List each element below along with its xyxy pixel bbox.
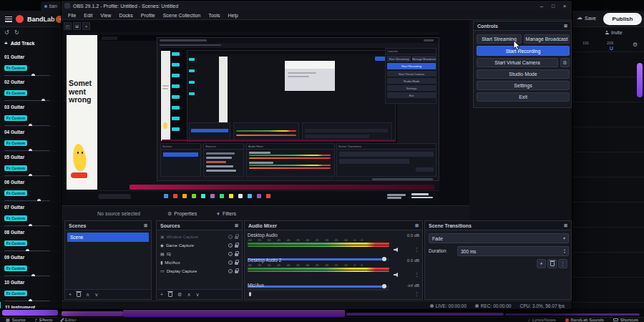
menu-edit[interactable]: Edit — [84, 13, 92, 18]
popout-icon[interactable]: ⊞ — [73, 22, 81, 30]
lock-toggle-icon[interactable] — [235, 262, 238, 265]
track-row[interactable]: 10 Guitar Fx Custom — [0, 277, 61, 302]
popout-icon[interactable]: ⊞ — [235, 223, 238, 228]
publish-button[interactable]: Publish — [603, 13, 642, 25]
transition-select[interactable]: Fade ▾ — [429, 233, 569, 243]
menu-profile[interactable]: Profile — [141, 13, 155, 18]
scene-up-button[interactable]: ∧ — [86, 292, 89, 298]
popout-icon[interactable]: ⊞ — [564, 223, 567, 228]
filters-button[interactable]: ▼ Filters — [216, 209, 236, 218]
transition-menu-button[interactable]: ⋮ — [558, 259, 567, 268]
obs-preview-area[interactable]: ◰ ⊞ × Somet went wrong — [62, 20, 469, 205]
fx-badge[interactable]: Fx Custom — [4, 90, 27, 96]
source-properties-button[interactable]: ⚙ — [177, 292, 182, 298]
visibility-toggle-icon[interactable] — [228, 252, 233, 256]
bandlab-logo[interactable] — [16, 15, 24, 23]
channel-menu-icon[interactable]: ⋮ — [414, 247, 419, 252]
channel-menu-icon[interactable]: ⋮ — [414, 291, 419, 296]
footer-item-effects[interactable]: ƒEffects — [35, 318, 53, 322]
footer-item-sounds[interactable]: BandLab Sounds — [565, 318, 604, 322]
menu-help[interactable]: Help — [228, 13, 238, 18]
obs-titlebar[interactable]: OBS 29.1.2 - Profile: Untitled - Scenes:… — [62, 1, 572, 11]
track-row[interactable]: 09 Guitar Fx Custom — [0, 252, 61, 277]
speaker-mute-icon[interactable] — [394, 248, 398, 252]
menu-tools[interactable]: Tools — [208, 13, 220, 18]
fx-badge[interactable]: Fx Custom — [4, 115, 27, 121]
menu-scene-collection[interactable]: Scene Collection — [163, 13, 201, 18]
track-row[interactable]: 08 Guitar Fx Custom — [0, 227, 61, 252]
track-row[interactable]: 03 Guitar Fx Custom — [0, 102, 61, 127]
fx-badge[interactable]: Fx Custom — [4, 65, 27, 71]
exit-button[interactable]: Exit — [477, 92, 570, 102]
studio-mode-button[interactable]: Studio Mode — [477, 69, 570, 79]
hamburger-menu-icon[interactable] — [5, 16, 12, 22]
footer-item-editor[interactable]: Editor — [62, 318, 76, 322]
maximize-button[interactable]: □ — [547, 4, 559, 9]
settings-gear-icon[interactable]: ⚙ — [633, 42, 638, 48]
source-row-gj[interactable]: ▤ Gj — [157, 250, 241, 258]
speaker-mute-icon[interactable] — [394, 273, 398, 277]
remove-scene-button[interactable] — [77, 292, 81, 297]
menu-docks[interactable]: Docks — [119, 13, 132, 18]
scene-list-item[interactable]: Scene — [67, 233, 149, 242]
close-button[interactable]: × — [559, 3, 570, 9]
add-transition-button[interactable]: + — [537, 259, 546, 268]
channel-menu-icon[interactable]: ⋮ — [414, 272, 419, 277]
track-row[interactable]: 05 Guitar Fx Custom — [0, 152, 61, 177]
fx-badge[interactable]: Fx Custom — [4, 190, 27, 196]
virtual-camera-config-button[interactable]: ⚙ — [560, 58, 570, 67]
spin-arrows[interactable]: ▴ ▾ — [564, 248, 565, 254]
start-recording-button[interactable]: Start Recording — [477, 46, 570, 56]
visibility-toggle-icon[interactable] — [228, 269, 233, 273]
visibility-toggle-icon[interactable] — [228, 243, 233, 248]
fx-badge[interactable]: Fx Custom — [4, 165, 27, 171]
source-down-button[interactable]: ∨ — [196, 292, 200, 298]
fx-badge[interactable]: Fx Custom — [4, 291, 27, 296]
track-row[interactable]: 06 Guitar Fx Custom — [0, 177, 61, 202]
source-row-window-capture[interactable]: ▣ Window Capture — [157, 233, 241, 241]
source-up-button[interactable]: ∧ — [187, 292, 190, 298]
menu-file[interactable]: File — [68, 13, 76, 18]
footer-item-shortcuts[interactable]: Shortcuts — [613, 318, 638, 322]
source-row-mic-aux[interactable]: ▮ Mic/Aux — [157, 258, 241, 267]
track-row[interactable]: 01 Guitar Fx Custom — [0, 52, 61, 77]
menu-view[interactable]: View — [100, 13, 111, 18]
visibility-toggle-icon[interactable] — [228, 260, 233, 265]
redo-icon[interactable]: ↻ — [14, 30, 19, 36]
source-row-game-capture[interactable]: ◆ Game Capture — [157, 241, 241, 250]
mixer-header[interactable]: Audio Mixer ⊞ — [245, 221, 422, 230]
fx-badge[interactable]: Fx Custom — [4, 265, 27, 271]
lock-toggle-icon[interactable] — [235, 236, 238, 239]
spin-down-icon[interactable]: ▾ — [564, 251, 565, 254]
fx-badge[interactable]: Fx Custom — [4, 215, 27, 221]
lock-toggle-icon[interactable] — [235, 245, 238, 248]
track-row[interactable]: 02 Guitar Fx Custom — [0, 77, 61, 102]
properties-button[interactable]: ⚙ Properties — [167, 209, 197, 218]
sources-header[interactable]: Sources ⊞ — [157, 221, 242, 230]
timeline-clip-purple[interactable] — [637, 63, 643, 97]
manage-broadcast-button[interactable]: Manage Broadcast — [524, 34, 570, 44]
popout-icon[interactable]: ⊞ — [144, 223, 147, 228]
undo-icon[interactable]: ↺ — [4, 30, 9, 36]
footer-item-lyrics[interactable]: ♪Lyrics/Notes — [528, 318, 556, 322]
transitions-header[interactable]: Scene Transitions ⊞ — [425, 221, 571, 230]
start-virtual-camera-button[interactable]: Start Virtual Camera — [477, 58, 558, 67]
fx-badge[interactable]: Fx Custom — [4, 240, 27, 246]
mic-icon[interactable] — [249, 292, 251, 296]
close-icon[interactable]: × — [82, 22, 90, 30]
add-source-button[interactable]: + — [160, 292, 163, 297]
track-row[interactable]: 07 Guitar Fx Custom — [0, 202, 61, 227]
lock-toggle-icon[interactable] — [235, 270, 238, 273]
lock-toggle-icon[interactable] — [235, 253, 238, 256]
settings-button[interactable]: Settings — [477, 81, 570, 90]
duration-spinbox[interactable]: 300 ms ▴ ▾ — [457, 246, 569, 256]
remove-source-button[interactable] — [168, 292, 172, 297]
scenes-header[interactable]: Scenes ⊞ — [65, 221, 151, 230]
invite-button[interactable]: Invite — [605, 30, 623, 35]
preview-dock-icon[interactable]: ◰ — [64, 22, 72, 30]
remove-transition-button[interactable] — [547, 259, 557, 268]
track-row[interactable]: 04 Guitar Fx Custom — [0, 127, 61, 152]
minimize-button[interactable]: – — [536, 3, 547, 9]
footer-item-source[interactable]: ▦Source — [6, 318, 26, 322]
add-scene-button[interactable]: + — [69, 292, 72, 297]
